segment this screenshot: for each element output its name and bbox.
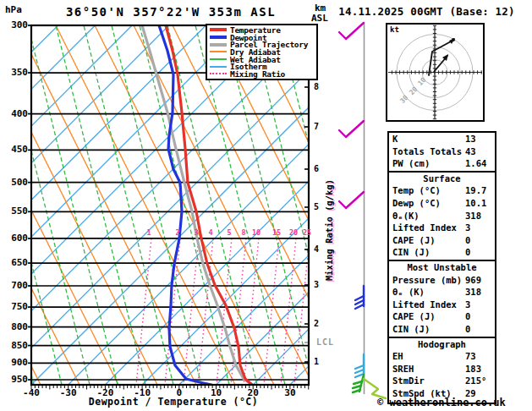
stats-value: 0 (465, 310, 470, 323)
pressure-tick-label: 450 (3, 144, 28, 155)
wind-barb (364, 379, 386, 398)
stats-row: Totals Totals43 (389, 145, 495, 158)
stats-label: EH (392, 350, 403, 363)
legend-swatch-wet-adiabat (210, 58, 227, 60)
stats-value: 0 (465, 234, 470, 247)
stats-row: K13 (389, 133, 495, 145)
stats-row: PW (cm)1.64 (389, 157, 495, 170)
mixing-ratio-value-label: 1 (146, 228, 151, 237)
legend-swatch-dewpoint (210, 36, 227, 39)
legend-swatch-parcel-trajectory (210, 43, 227, 47)
wind-barb (339, 192, 364, 208)
hodograph-unit-label: kt (390, 25, 399, 34)
hodograph-trace (429, 41, 452, 75)
stats-value: 215° (465, 375, 486, 387)
stats-label: CIN (J) (392, 246, 430, 259)
altitude-tick-label: 6 (314, 164, 319, 173)
stats-row: Pressure (mb)969 (389, 274, 495, 287)
altitude-tick-label: 3 (314, 280, 319, 289)
pressure-tick-label: 300 (3, 19, 28, 30)
lcl-marker-label: LCL (316, 337, 334, 347)
stats-label: Lifted Index (392, 222, 457, 234)
stats-value: 0 (465, 246, 470, 259)
pressure-tick-label: 700 (3, 280, 28, 291)
mixing-ratio-value-label: 20 (289, 228, 298, 237)
stats-value: 0 (465, 323, 470, 336)
stats-label: θₑ(K) (392, 210, 420, 222)
stats-label: K (392, 133, 398, 145)
stats-section-header: Most Unstable (389, 261, 495, 274)
stats-row: Dewp (°C)10.1 (389, 197, 495, 210)
mixing-ratio-value-label: 2 (175, 228, 179, 237)
stats-value: 19.7 (465, 184, 486, 197)
legend-swatch-mixing-ratio (210, 73, 227, 74)
stats-value: 43 (465, 145, 476, 158)
mixing-ratio-value-label: 25 (303, 228, 311, 237)
altitude-tick-label: 8 (314, 82, 319, 91)
stats-section-header: Hodograph (389, 338, 495, 351)
wind-barb (355, 300, 364, 304)
stats-row: θₑ(K)318 (389, 210, 495, 222)
stats-value: 73 (465, 350, 476, 363)
pressure-tick-label: 900 (3, 357, 28, 368)
wind-barb (339, 23, 364, 39)
wind-barb (339, 121, 364, 137)
wind-barb (355, 370, 364, 373)
mixing-ratio-value-label: 4 (208, 228, 212, 237)
stats-section: K13Totals Totals43PW (cm)1.64 (387, 131, 496, 174)
mixing-ratio-value-label: 8 (241, 228, 245, 237)
stats-row: CAPE (J)0 (389, 310, 495, 323)
altitude-tick-label: 1 (314, 357, 319, 366)
pressure-tick-label: 550 (3, 206, 28, 216)
stats-row: θₑ (K)318 (389, 286, 495, 299)
wind-barb (355, 304, 364, 309)
wet-adiabat-line (28, 25, 118, 385)
stats-value: 969 (465, 274, 481, 287)
mixing-ratio-axis-title: Mixing Ratio (g/kg) (324, 179, 334, 281)
wind-barb (355, 296, 364, 300)
stats-label: Dewp (°C) (392, 197, 441, 210)
altitude-tick-label: 5 (314, 202, 319, 211)
altitude-tick-label: 2 (314, 319, 319, 328)
stats-row: CIN (J)0 (389, 323, 495, 336)
hodograph (387, 24, 484, 121)
copyright: © weatheronline.co.uk (377, 397, 506, 408)
legend-swatch-dry-adiabat (210, 51, 227, 52)
stats-label: SREH (392, 363, 414, 375)
stats-row: Temp (°C)19.7 (389, 184, 495, 197)
stats-value: 3 (465, 222, 470, 234)
legend-swatch-isotherm (210, 66, 227, 68)
altitude-tick-label: 7 (314, 122, 319, 131)
stats-row: Lifted Index3 (389, 222, 495, 234)
stats-value: 10.1 (465, 197, 486, 210)
pressure-tick-label: 650 (3, 257, 28, 268)
wet-adiabat-line (307, 25, 397, 385)
pressure-tick-label: 350 (3, 67, 28, 78)
stats-section-header: Surface (389, 173, 495, 185)
pressure-tick-label: 950 (3, 374, 28, 385)
stats-label: θₑ (K) (392, 286, 425, 299)
legend-item: Mixing Ratio (210, 70, 316, 78)
x-axis-title: Dewpoint / Temperature (°C) (47, 396, 300, 408)
mixing-ratio-value-label: 3 (194, 228, 198, 237)
stats-label: Pressure (mb) (392, 274, 462, 287)
stats-row: StmDir215° (389, 375, 495, 387)
stats-row: EH73 (389, 350, 495, 363)
stats-value: 1.64 (465, 157, 486, 170)
stats-value: 318 (465, 210, 481, 222)
stats-row: SREH183 (389, 363, 495, 375)
stats-value: 13 (465, 133, 476, 145)
stats-section-surface: SurfaceTemp (°C)19.7Dewp (°C)10.1θₑ(K)31… (387, 171, 496, 263)
stats-value: 318 (465, 286, 481, 299)
temperature-tick-label: -40 (14, 387, 48, 398)
pressure-tick-label: 600 (3, 233, 28, 244)
altitude-tick-label: 4 (314, 244, 319, 254)
stats-row: CAPE (J)0 (389, 234, 495, 247)
mixing-ratio-value-label: 5 (227, 228, 231, 237)
skewt-sounding-page: hPa 36°50'N 357°22'W 353m ASL km ASL 14.… (0, 0, 532, 411)
pressure-tick-label: 500 (3, 177, 28, 188)
wind-barb (355, 365, 364, 369)
stats-label: CAPE (J) (392, 310, 436, 323)
stats-value: 183 (465, 363, 481, 375)
stats-value: 3 (465, 299, 470, 311)
